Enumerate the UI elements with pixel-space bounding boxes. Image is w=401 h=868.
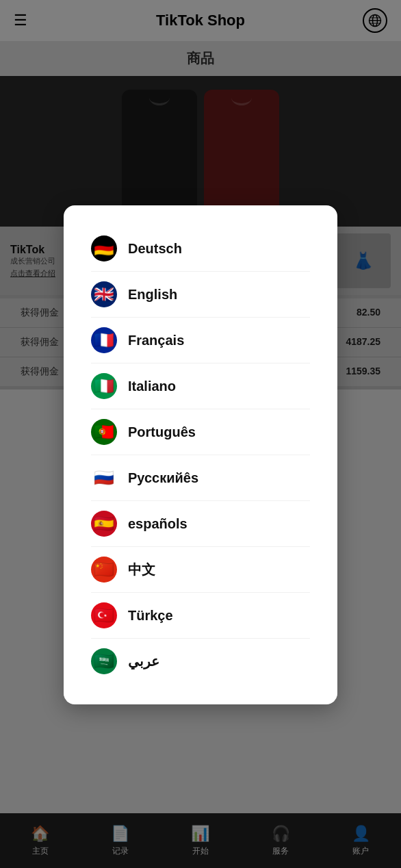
lang-item-ar[interactable]: 🇸🇦 عربي [91,639,310,684]
lang-item-it[interactable]: 🇮🇹 Italiano [91,363,310,409]
flag-ar: 🇸🇦 [91,648,117,674]
flag-en: 🇬🇧 [91,281,117,307]
lang-item-zh[interactable]: 🇨🇳 中文 [91,547,310,593]
flag-zh: 🇨🇳 [91,557,117,583]
flag-fr: 🇫🇷 [91,327,117,353]
lang-name-es: españols [128,516,187,532]
lang-name-en: English [128,287,177,303]
lang-name-ar: عربي [128,653,159,669]
lang-name-it: Italiano [128,379,176,394]
lang-item-ru[interactable]: 🇷🇺 Русскийês [91,455,310,501]
lang-name-de: Deutsch [128,241,182,257]
lang-name-ru: Русскийês [128,470,198,486]
flag-ru: 🇷🇺 [91,465,117,491]
lang-item-fr[interactable]: 🇫🇷 Français [91,318,310,363]
lang-item-en[interactable]: 🇬🇧 English [91,272,310,318]
lang-item-de[interactable]: 🇩🇪 Deutsch [91,226,310,272]
lang-item-pt[interactable]: 🇵🇹 Português [91,409,310,455]
lang-item-es[interactable]: 🇪🇸 españols [91,501,310,547]
app-background: ☰ TikTok Shop 商品 TikTok 成长营销公司 点击查看介绍 [0,0,401,868]
lang-name-pt: Português [128,424,196,440]
lang-name-tr: Türkçe [128,608,173,624]
lang-item-tr[interactable]: 🇹🇷 Türkçe [91,593,310,639]
lang-name-fr: Français [128,333,184,348]
lang-name-zh: 中文 [128,561,155,579]
flag-de: 🇩🇪 [91,235,117,261]
flag-pt: 🇵🇹 [91,419,117,445]
language-modal: 🇩🇪 Deutsch 🇬🇧 English 🇫🇷 Français 🇮🇹 Ita… [64,205,337,704]
flag-tr: 🇹🇷 [91,602,117,628]
flag-es: 🇪🇸 [91,511,117,537]
flag-it: 🇮🇹 [91,373,117,399]
